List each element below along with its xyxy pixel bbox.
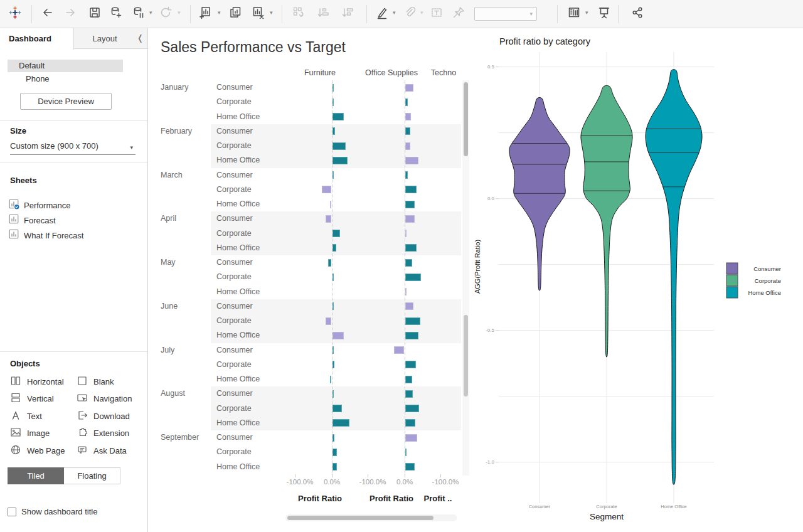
chevron-down-icon[interactable]: ▾ [585,10,588,16]
bar-mark[interactable] [405,244,417,252]
violin-consumer[interactable] [509,98,570,291]
device-item-default[interactable]: Default [8,60,123,72]
redo-button[interactable] [63,6,78,21]
pin-button[interactable] [451,6,466,21]
bar-mark[interactable] [332,244,336,252]
bar-mark[interactable] [405,332,418,339]
bar-mark[interactable] [332,274,334,281]
share-button[interactable] [630,6,645,21]
fit-selector[interactable]: ▾ [474,7,537,21]
show-dashboard-title-checkbox[interactable] [8,508,16,516]
bar-mark[interactable] [332,84,334,92]
bar-mark[interactable] [405,186,417,193]
bar-mark[interactable] [405,463,415,471]
bar-mark[interactable] [332,127,335,135]
bar-mark[interactable] [332,405,342,412]
horizontal-scrollbar-thumb[interactable] [287,516,433,520]
bar-mark[interactable] [405,449,407,456]
bar-mark[interactable] [332,346,334,354]
bar-mark[interactable] [405,84,413,92]
bar-mark[interactable] [330,201,331,208]
vertical-scrollbar-thumb-2[interactable] [464,315,468,396]
bar-mark[interactable] [405,171,408,179]
violin-sheet-zone[interactable]: Profit ratio by category0.50.0-0.5-1.0Co… [469,28,803,532]
bar-mark[interactable] [332,390,334,398]
legend-swatch-consumer[interactable] [726,263,738,274]
chevron-down-icon[interactable]: ▾ [270,10,273,16]
chevron-down-icon[interactable]: ▾ [149,10,152,16]
floating-button[interactable]: Floating [64,467,120,484]
chevron-down-icon[interactable]: ▾ [393,10,396,16]
bar-mark[interactable] [326,317,331,325]
object-item-extension[interactable]: Extension [77,427,142,440]
tiled-button[interactable]: Tiled [8,467,64,484]
bar-mark[interactable] [332,449,337,456]
show-cards-button[interactable] [566,6,582,21]
object-item-text[interactable]: Text [10,410,75,422]
bar-mark[interactable] [332,98,334,106]
device-item-phone[interactable]: Phone [8,73,123,85]
text-box-button[interactable] [429,6,444,21]
vertical-scrollbar[interactable] [462,80,469,476]
duplicate-sheet-button[interactable] [228,6,243,21]
legend-swatch-home-office[interactable] [726,287,738,298]
tableau-logo-button[interactable] [8,6,23,21]
bar-mark[interactable] [405,434,417,442]
bar-mark[interactable] [405,288,407,295]
vertical-scrollbar-thumb[interactable] [464,82,468,156]
bar-mark[interactable] [405,98,408,106]
new-data-source-button[interactable] [109,6,124,21]
bar-mark[interactable] [405,274,421,281]
bar-mark[interactable] [405,259,412,267]
sheet-item-forecast[interactable]: Forecast [9,213,141,227]
object-item-image[interactable]: Image [10,427,75,440]
violin-chart[interactable]: Profit ratio by category0.50.0-0.5-1.0Co… [469,28,803,532]
bar-mark[interactable] [332,230,340,237]
pause-auto-updates-button[interactable] [131,6,146,21]
object-item-ask-data[interactable]: Ask Data [77,444,142,457]
bar-mark[interactable] [332,434,334,442]
size-dropdown[interactable]: Custom size (900 x 700) ▾ [10,141,136,155]
bar-mark[interactable] [405,230,407,237]
new-worksheet-button[interactable] [198,6,213,21]
undo-button[interactable] [40,6,55,21]
violin-home-office[interactable] [646,70,702,485]
object-item-vertical[interactable]: Vertical [10,393,75,405]
bar-mark[interactable] [332,361,334,368]
object-item-web-page[interactable]: Web Page [10,444,75,457]
highlight-button[interactable] [375,6,390,21]
chevron-down-icon[interactable]: ▾ [420,10,423,16]
bar-mark[interactable] [405,201,415,208]
swap-rows-columns-button[interactable] [291,6,306,21]
object-item-blank[interactable]: Blank [77,375,142,388]
bar-mark[interactable] [328,259,331,267]
attachment-button[interactable] [402,6,417,21]
sheet-item-what-if-forecast[interactable]: What If Forecast [9,228,141,242]
sort-ascending-button[interactable] [316,6,331,21]
sort-descending-button[interactable] [340,6,355,21]
bar-mark[interactable] [405,302,413,310]
object-item-navigation[interactable]: Navigation [77,393,142,405]
tab-layout[interactable]: Layout [74,28,136,49]
tab-dashboard[interactable]: Dashboard [0,28,74,50]
bar-mark[interactable] [332,157,348,164]
sheet-item-performance[interactable]: Performance [9,198,141,212]
bar-mark[interactable] [332,332,344,339]
object-item-download[interactable]: Download [77,410,142,422]
bar-mark[interactable] [332,113,344,120]
clear-sheet-button[interactable] [250,6,265,21]
bar-mark[interactable] [405,127,410,135]
collapse-pane-icon[interactable]: ❬ [137,33,144,43]
bar-mark[interactable] [405,317,420,325]
bar-mark[interactable] [405,405,419,412]
legend-swatch-corporate[interactable] [726,275,738,286]
violin-corporate[interactable] [581,85,632,357]
bar-mark[interactable] [405,142,410,150]
chevron-down-icon[interactable]: ▾ [218,10,221,16]
horizontal-scrollbar[interactable] [285,514,457,521]
save-button[interactable] [87,6,102,21]
object-item-horizontal[interactable]: Horizontal [10,375,75,388]
bar-mark[interactable] [322,186,331,193]
bar-mark[interactable] [405,113,411,120]
bar-mark[interactable] [405,157,418,164]
